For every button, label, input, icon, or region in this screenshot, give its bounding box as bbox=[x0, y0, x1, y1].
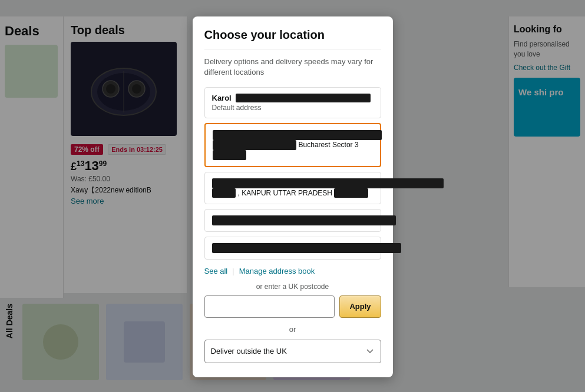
address-item-2[interactable]: Ad███████████████████████████████, █████… bbox=[204, 123, 381, 167]
or-divider: or bbox=[204, 325, 381, 334]
manage-address-link[interactable]: Manage address book bbox=[239, 267, 315, 275]
address-line-2b: ████████████████ Bucharest Sector 3 bbox=[213, 140, 373, 150]
address-line-3b: ████ , KANPUR UTTAR PRADESH ██████ bbox=[212, 188, 374, 198]
postcode-label: or enter a UK postcode bbox=[204, 283, 381, 291]
address-line-2a: Ad███████████████████████████████, bbox=[213, 130, 373, 140]
address-name-1: Karol ████████████████████████ bbox=[212, 94, 374, 102]
address-line-2c: ██████ bbox=[213, 150, 373, 160]
address-item-1[interactable]: Karol ████████████████████████ Default a… bbox=[204, 87, 381, 118]
modal-subtitle: Delivery options and delivery speeds may… bbox=[204, 57, 381, 78]
see-all-link[interactable]: See all bbox=[204, 267, 228, 275]
postcode-input[interactable] bbox=[204, 295, 335, 318]
address-line-4: ████████████████████████████████████ bbox=[212, 215, 374, 225]
address-line-3a: Hard████████████████████████████████████… bbox=[212, 178, 374, 188]
address-line-5: █████████████████████████████████████ bbox=[212, 243, 374, 253]
address-default-label: Default address bbox=[212, 104, 374, 112]
deliver-outside-dropdown[interactable]: Deliver outside the UK bbox=[204, 340, 381, 363]
address-item-5[interactable]: █████████████████████████████████████ bbox=[204, 237, 381, 260]
link-separator: | bbox=[232, 267, 234, 275]
postcode-row: Apply bbox=[204, 295, 381, 318]
modal-links-row: See all | Manage address book bbox=[204, 267, 381, 275]
address-name-blur-1: ████████████████████████ bbox=[236, 94, 370, 102]
apply-button[interactable]: Apply bbox=[339, 295, 381, 318]
address-item-4[interactable]: ████████████████████████████████████ bbox=[204, 209, 381, 232]
address-item-3[interactable]: Hard████████████████████████████████████… bbox=[204, 172, 381, 205]
modal-title: Choose your location bbox=[204, 28, 381, 49]
location-modal: Choose your location Delivery options an… bbox=[193, 16, 393, 377]
